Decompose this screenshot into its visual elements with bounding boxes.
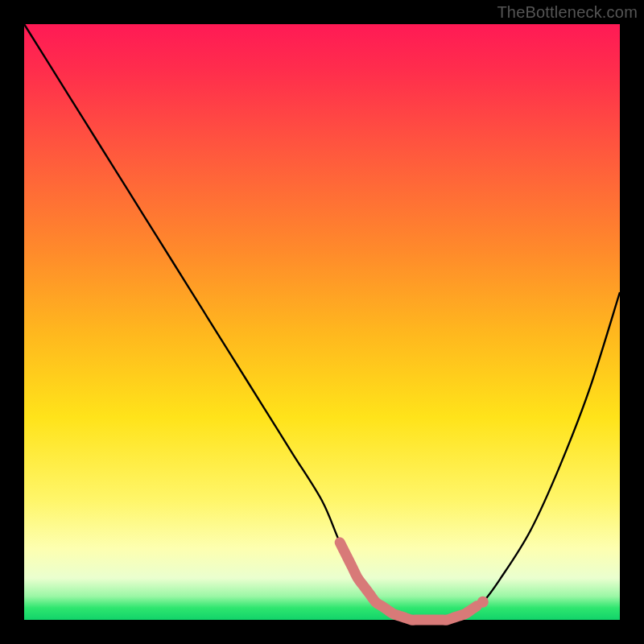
valley-highlight-path <box>340 543 477 620</box>
chart-frame: TheBottleneck.com <box>0 0 644 644</box>
plot-area <box>24 24 620 620</box>
valley-highlight-dot <box>477 597 489 608</box>
watermark-text: TheBottleneck.com <box>497 3 638 22</box>
bottleneck-curve-path <box>24 24 620 621</box>
bottleneck-curve-svg <box>24 24 620 620</box>
